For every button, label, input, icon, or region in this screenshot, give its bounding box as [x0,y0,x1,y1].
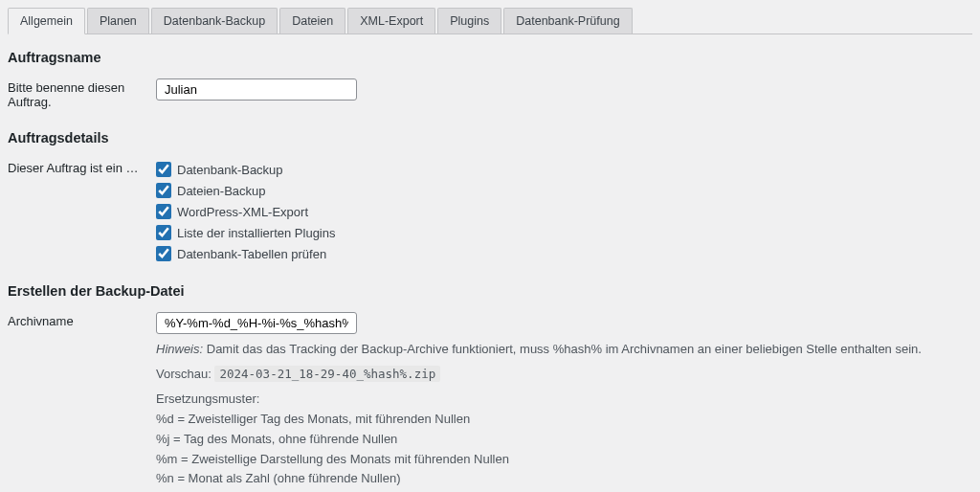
jobtype-option: Dateien-Backup [156,180,972,201]
archive-hint: Hinweis: Damit das das Tracking der Back… [156,340,972,359]
section-backupfile-heading: Erstellen der Backup-Datei [8,283,972,299]
preview-value: 2024-03-21_18-29-40_%hash%.zip [214,366,440,382]
section-jobname-heading: Auftragsname [8,50,972,65]
archive-label: Archivname [8,308,156,492]
jobtype-option: WordPress-XML-Export [156,201,972,222]
preview-label: Vorschau: [156,367,212,381]
jobtype-checkbox[interactable] [156,225,171,240]
jobtype-label: Datenbank-Backup [177,163,283,177]
jobdetails-label: Dieser Auftrag ist ein … [8,155,156,268]
jobtype-label: Datenbank-Tabellen prüfen [177,247,326,261]
tab-bar: AllgemeinPlanenDatenbank-BackupDateienXM… [8,8,972,34]
section-jobdetails-heading: Auftragsdetails [8,130,972,145]
jobname-input[interactable] [156,78,357,101]
tab-datenbank-backup[interactable]: Datenbank-Backup [151,8,278,34]
tab-xml-export[interactable]: XML-Export [347,8,435,34]
jobtype-checkbox[interactable] [156,246,171,261]
jobtype-label: Liste der installierten Plugins [177,226,335,240]
tab-dateien[interactable]: Dateien [279,8,345,34]
pattern-line: %d = Zweistelliger Tag des Monats, mit f… [156,410,972,430]
tab-datenbank-pr-fung[interactable]: Datenbank-Prüfung [503,8,632,34]
jobtype-option: Datenbank-Backup [156,159,972,180]
jobtype-option: Datenbank-Tabellen prüfen [156,243,972,264]
archive-preview: Vorschau: 2024-03-21_18-29-40_%hash%.zip [156,365,972,384]
hint-label: Hinweis: [156,342,203,356]
tab-allgemein[interactable]: Allgemein [8,8,85,34]
jobtype-checkbox[interactable] [156,183,171,198]
tab-planen[interactable]: Planen [87,8,149,34]
patterns-block: Ersetzungsmuster: %d = Zweistelliger Tag… [156,390,972,492]
tab-plugins[interactable]: Plugins [437,8,501,34]
jobtype-label: Dateien-Backup [177,184,266,198]
hint-text: Damit das das Tracking der Backup-Archiv… [207,342,922,356]
jobtype-checkbox[interactable] [156,204,171,219]
jobtype-label: WordPress-XML-Export [177,205,308,219]
pattern-line: %j = Tag des Monats, ohne führende Nulle… [156,430,972,450]
jobname-label: Bitte benenne diesen Auftrag. [8,75,156,115]
pattern-line: %n = Monat als Zahl (ohne führende Nulle… [156,469,972,489]
jobtype-option: Liste der installierten Plugins [156,222,972,243]
pattern-line: %m = Zweistellige Darstellung des Monats… [156,450,972,470]
jobtype-checkbox[interactable] [156,162,171,177]
archive-input[interactable] [156,312,357,334]
patterns-header: Ersetzungsmuster: [156,390,972,410]
